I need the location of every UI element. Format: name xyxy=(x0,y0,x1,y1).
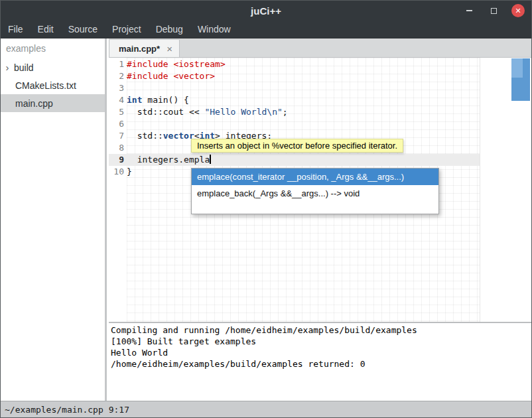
minimize-button[interactable] xyxy=(462,4,476,17)
line-number: 2 xyxy=(109,70,124,82)
line-number: 6 xyxy=(109,118,124,130)
code-text xyxy=(124,118,127,130)
code-text: int main() { xyxy=(124,94,189,106)
code-text: #include <iostream> xyxy=(124,58,226,70)
menu-edit[interactable]: Edit xyxy=(31,24,61,35)
project-directory-label: examples xyxy=(1,38,105,58)
code-line-1: 1#include <iostream> xyxy=(109,58,480,70)
token-type: vector xyxy=(163,131,194,141)
maximize-icon xyxy=(491,8,497,14)
code-line-4: 4int main() { xyxy=(109,94,480,106)
code-text xyxy=(124,82,127,94)
sidebar: examples ›buildCMakeLists.txtmain.cpp xyxy=(1,38,107,402)
line-number: 8 xyxy=(109,142,124,154)
titlebar: juCi++ ✕ xyxy=(1,1,531,21)
token-keyword: int xyxy=(127,95,142,105)
code-line-6: 6 xyxy=(109,118,480,130)
token-plain: main() { xyxy=(142,95,188,105)
menubar: FileEditSourceProjectDebugWindow xyxy=(1,21,531,38)
output-line-3: /home/eidheim/examples/build/examples re… xyxy=(111,358,531,370)
right-margin-line xyxy=(480,58,480,322)
code-text: integers.empla xyxy=(124,154,211,166)
output-line-1: [100%] Built target examples xyxy=(111,336,531,347)
tab-bar: main.cpp* × xyxy=(109,38,531,58)
close-button[interactable]: ✕ xyxy=(511,4,525,17)
close-icon: ✕ xyxy=(511,4,525,17)
output-line-0: Compiling and running /home/eidheim/exam… xyxy=(111,324,531,336)
token-plain: ; xyxy=(283,107,288,117)
token-plain: std::cout << xyxy=(127,107,204,117)
chevron-right-icon[interactable]: › xyxy=(1,58,14,76)
token-preproc: #include <iostream> xyxy=(127,59,226,69)
line-number: 10 xyxy=(109,166,124,178)
line-number: 5 xyxy=(109,106,124,118)
completion-item-1[interactable]: emplace_back(_Args &&__args...) --> void xyxy=(192,185,438,202)
token-preproc: #include <vector> xyxy=(127,71,215,81)
menu-source[interactable]: Source xyxy=(61,24,105,35)
code-text: std::cout << "Hello World\n"; xyxy=(124,106,288,118)
tree-item-label: main.cpp xyxy=(15,98,53,109)
line-number: 9 xyxy=(109,154,124,166)
tab-label: main.cpp* xyxy=(119,44,160,54)
tree-item-main-cpp[interactable]: main.cpp xyxy=(1,94,105,112)
tree-item-cmakelists-txt[interactable]: CMakeLists.txt xyxy=(1,76,105,94)
minimize-icon xyxy=(466,10,472,11)
window-title: juCi++ xyxy=(1,1,531,21)
status-file-path: ~/examples/main.cpp xyxy=(5,405,103,415)
window-controls: ✕ xyxy=(462,1,525,21)
doc-tooltip: Inserts an object in %vector before spec… xyxy=(191,139,403,153)
line-number: 7 xyxy=(109,130,124,142)
code-line-2: 2#include <vector> xyxy=(109,70,480,82)
code-text: } xyxy=(124,166,132,178)
scrollbar-highlight xyxy=(511,58,523,78)
completion-item-0[interactable]: emplace(const_iterator __position, _Args… xyxy=(192,169,438,185)
menu-project[interactable]: Project xyxy=(105,24,149,35)
code-text: #include <vector> xyxy=(124,70,215,82)
line-number: 1 xyxy=(109,58,124,70)
code-line-9: 9 integers.empla xyxy=(109,154,480,166)
menu-window[interactable]: Window xyxy=(190,24,238,35)
menu-file[interactable]: File xyxy=(1,24,31,35)
token-plain: std:: xyxy=(127,131,163,141)
completion-popup: emplace(const_iterator __position, _Args… xyxy=(191,168,439,214)
status-cursor-position: 9:17 xyxy=(109,405,129,415)
code-line-3: 3 xyxy=(109,82,480,94)
code-lines: 1#include <iostream>2#include <vector>34… xyxy=(109,58,480,178)
tab-main-cpp[interactable]: main.cpp* × xyxy=(109,39,180,57)
code-line-5: 5 std::cout << "Hello World\n"; xyxy=(109,106,480,118)
token-string: "Hello World\n" xyxy=(204,107,282,117)
output-line-2: Hello World xyxy=(111,347,531,358)
text-caret xyxy=(210,155,211,164)
tree-item-label: build xyxy=(14,62,34,73)
maximize-button[interactable] xyxy=(487,4,500,17)
code-text xyxy=(124,142,127,154)
line-number: 4 xyxy=(109,94,124,106)
line-number: 3 xyxy=(109,82,124,94)
scrollbar-thumb[interactable] xyxy=(511,58,530,101)
token-plain: } xyxy=(127,167,132,176)
output-panel[interactable]: Compiling and running /home/eidheim/exam… xyxy=(109,323,531,402)
tree-item-build[interactable]: ›build xyxy=(1,58,105,76)
status-bar: ~/examples/main.cpp 9:17 xyxy=(1,401,531,417)
tree-item-label: CMakeLists.txt xyxy=(15,80,76,91)
code-editor[interactable]: 1#include <iostream>2#include <vector>34… xyxy=(109,58,531,322)
token-plain: integers.empla xyxy=(127,155,210,165)
tab-close-icon[interactable]: × xyxy=(166,44,172,54)
file-tree: ›buildCMakeLists.txtmain.cpp xyxy=(1,58,105,112)
juci-window: { "window": { "title": "juCi++" }, "icon… xyxy=(0,0,532,418)
menu-debug[interactable]: Debug xyxy=(149,24,190,35)
